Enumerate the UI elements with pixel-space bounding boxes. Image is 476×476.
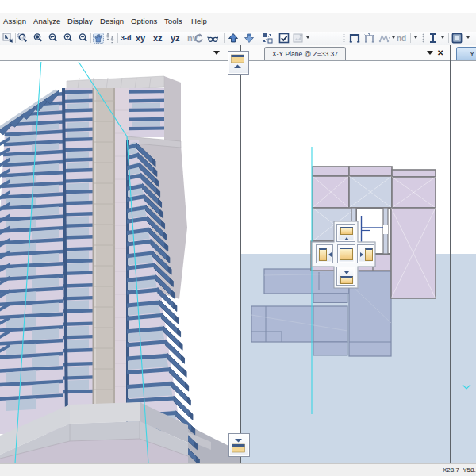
story-slab-icon (340, 227, 353, 235)
dpad-story-up-button[interactable] (336, 224, 355, 242)
arrow-left-icon (328, 252, 332, 257)
toolbar-separator (117, 33, 118, 43)
plan-view-panel[interactable]: X-Y Plane @ Z=33.37 ✕ (241, 45, 450, 463)
story-slab-icon (365, 248, 373, 261)
elevation-tab[interactable]: Y (456, 47, 476, 60)
zoom-out-icon[interactable] (78, 33, 89, 44)
tower-left-wing (0, 61, 63, 434)
application-window: Assign Analyze Display Design Options To… (0, 0, 476, 476)
dropdown-arrow-icon[interactable] (441, 36, 444, 39)
zoom-previous-icon[interactable] (48, 33, 59, 44)
dropdown-arrow-icon[interactable] (306, 36, 309, 39)
plan-navigation-dpad[interactable] (311, 221, 376, 289)
main-workspace: X-Y Plane @ Z=33.37 ✕ Y (0, 45, 476, 463)
left-panel-header (0, 45, 240, 61)
view-xy-button[interactable]: xy (136, 33, 145, 43)
menu-bar: Assign Analyze Display Design Options To… (0, 13, 476, 32)
rotate-view-icon[interactable] (193, 33, 204, 44)
toolbar-separator (448, 33, 449, 43)
arrow-down-icon (235, 439, 242, 443)
zoom-rubberband-icon[interactable] (17, 33, 29, 44)
dpad-center-button[interactable] (337, 244, 355, 263)
menu-analyze[interactable]: Analyze (33, 17, 61, 25)
story-down-button[interactable] (228, 433, 250, 457)
arrow-up-icon (234, 65, 241, 69)
i-section-icon[interactable] (428, 33, 439, 44)
title-bar (0, 0, 476, 13)
plan-tab[interactable]: X-Y Plane @ Z=33.37 (264, 47, 346, 60)
toolbar-separator (15, 33, 16, 43)
chevron-down-icon[interactable] (213, 51, 220, 55)
3d-building-view[interactable] (0, 61, 240, 463)
menu-options[interactable]: Options (131, 17, 157, 25)
pan-hand-icon[interactable] (93, 33, 104, 44)
arrow-right-icon (360, 252, 363, 257)
moment-frame-icon[interactable] (378, 33, 390, 44)
zoom-in-icon[interactable] (63, 33, 74, 44)
toolbar-separator (474, 33, 474, 43)
story-slab-icon (340, 276, 353, 284)
story-slab-icon (340, 248, 353, 260)
menu-design[interactable]: Design (100, 17, 124, 25)
view-xz-button[interactable]: xz (153, 33, 163, 43)
toolbar: 3-d xy xz yz nv nd (0, 32, 476, 46)
picture-options-icon[interactable] (293, 33, 304, 44)
menu-assign[interactable]: Assign (3, 17, 26, 25)
toolbar-separator (259, 33, 259, 43)
view-yz-button[interactable]: yz (171, 33, 180, 43)
dropdown-arrow-icon[interactable] (414, 36, 417, 39)
arrow-up-icon (344, 237, 349, 240)
cursor-coordinates: X28.7 Y58.2 (443, 466, 476, 474)
right-panel-canvas (451, 61, 476, 463)
dpad-pan-right-button[interactable] (357, 244, 374, 263)
view-3d-button[interactable]: 3-d (121, 34, 132, 42)
menu-help[interactable]: Help (191, 17, 207, 25)
move-up-icon[interactable] (228, 33, 239, 44)
arrow-down-icon (344, 271, 349, 274)
toolbar-grip (343, 33, 345, 43)
walk-steps-icon[interactable] (105, 33, 116, 44)
dropdown-arrow-icon[interactable] (466, 36, 470, 39)
status-bar: X28.7 Y58.2 (0, 463, 476, 476)
dpad-story-down-button[interactable] (336, 267, 355, 286)
shrink-objects-icon[interactable] (262, 33, 273, 44)
dropdown-arrow-icon[interactable] (392, 36, 395, 39)
nd-button[interactable]: nd (397, 34, 406, 43)
zoom-full-icon[interactable] (33, 33, 44, 44)
close-icon[interactable]: ✕ (437, 49, 443, 57)
elevation-view-panel[interactable]: Y (451, 45, 476, 463)
story-slab-icon (319, 248, 327, 261)
checkbox-icon[interactable] (278, 33, 290, 44)
toolbar-separator (224, 33, 225, 43)
toolbar-separator (90, 33, 91, 43)
glasses-icon[interactable] (207, 33, 218, 44)
move-down-icon[interactable] (244, 33, 255, 44)
story-up-button[interactable] (228, 51, 249, 75)
slab-section-icon[interactable] (451, 33, 463, 44)
grid-tick-cyan (463, 385, 470, 389)
portal-frame-icon[interactable] (349, 33, 360, 44)
menu-display[interactable]: Display (67, 17, 93, 25)
chevron-down-icon[interactable] (427, 51, 433, 55)
view-3d-panel[interactable] (0, 45, 240, 463)
toolbar-grip (422, 33, 424, 43)
frame-props-icon[interactable] (364, 33, 375, 44)
select-arrows-icon[interactable] (2, 33, 13, 44)
toolbar-separator (410, 33, 411, 43)
dpad-pan-left-button[interactable] (316, 244, 333, 263)
menu-tools[interactable]: Tools (164, 17, 182, 25)
